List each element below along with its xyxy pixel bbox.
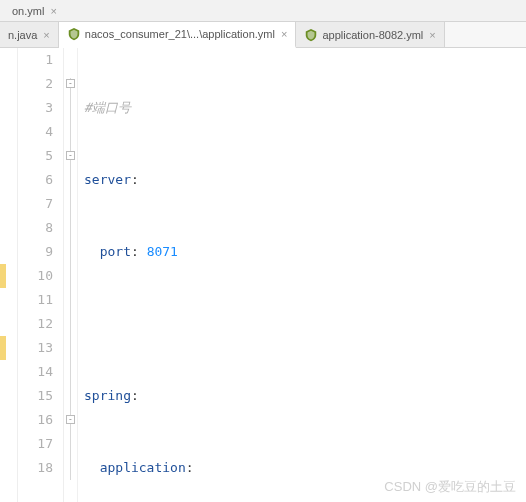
line-number: 18 [18,456,53,480]
outer-tab-row: on.yml × [0,0,526,22]
tab-label: application-8082.yml [322,29,423,41]
line-number: 9 [18,240,53,264]
line-number: 13 [18,336,53,360]
line-number: 14 [18,360,53,384]
marker-strip [0,48,18,502]
line-number: 1 [18,48,53,72]
yml-icon [67,27,81,41]
line-number: 5 [18,144,53,168]
code-comment: #端口号 [84,100,131,115]
line-number: 11 [18,288,53,312]
tab-application-yml[interactable]: nacos_consumer_21\...\application.yml × [59,22,297,48]
line-number-gutter: 1 2 3 4 5 6 7 8 9 10 11 12 13 14 15 16 1… [18,48,64,502]
line-number: 2 [18,72,53,96]
outer-tab-label: on.yml [12,5,44,17]
tab-java[interactable]: n.java × [0,22,59,47]
close-icon[interactable]: × [43,29,49,41]
code-editor[interactable]: 1 2 3 4 5 6 7 8 9 10 11 12 13 14 15 16 1… [0,48,526,502]
outer-tab[interactable]: on.yml × [4,3,65,19]
line-number: 10 [18,264,53,288]
code-area[interactable]: #端口号 server: port: 8071 spring: applicat… [78,48,526,502]
fold-toggle-icon[interactable]: - [66,151,75,160]
change-marker [0,336,6,360]
fold-toggle-icon[interactable]: - [66,79,75,88]
tab-label: nacos_consumer_21\...\application.yml [85,28,275,40]
line-number: 4 [18,120,53,144]
yaml-key: spring [84,388,131,403]
line-number: 15 [18,384,53,408]
yml-icon [304,28,318,42]
watermark: CSDN @爱吃豆的土豆 [384,478,516,496]
yaml-key: application [100,460,186,475]
yaml-value: 8071 [147,244,178,259]
close-icon[interactable]: × [50,5,56,17]
line-number: 7 [18,192,53,216]
tab-application-8082-yml[interactable]: application-8082.yml × [296,22,444,47]
line-number: 6 [18,168,53,192]
editor-tab-row: n.java × nacos_consumer_21\...\applicati… [0,22,526,48]
line-number: 8 [18,216,53,240]
yaml-key: server [84,172,131,187]
change-marker [0,264,6,288]
yaml-key: port [100,244,131,259]
line-number: 16 [18,408,53,432]
line-number: 17 [18,432,53,456]
close-icon[interactable]: × [429,29,435,41]
close-icon[interactable]: × [281,28,287,40]
fold-toggle-icon[interactable]: - [66,415,75,424]
line-number: 3 [18,96,53,120]
fold-column: - - - [64,48,78,502]
line-number: 12 [18,312,53,336]
tab-label: n.java [8,29,37,41]
